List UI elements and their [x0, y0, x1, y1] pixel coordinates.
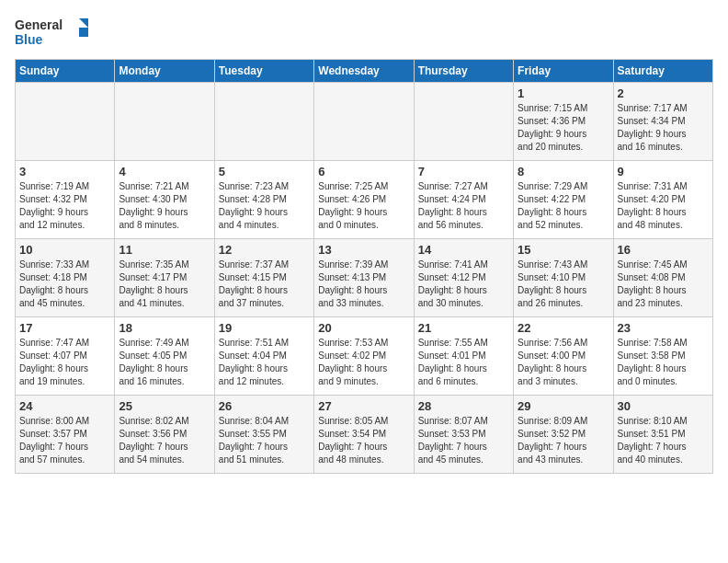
calendar-cell: 29Sunrise: 8:09 AM Sunset: 3:52 PM Dayli… [514, 396, 613, 474]
calendar-cell: 27Sunrise: 8:05 AM Sunset: 3:54 PM Dayli… [314, 396, 414, 474]
day-number: 6 [318, 165, 409, 178]
calendar-table: SundayMondayTuesdayWednesdayThursdayFrid… [15, 59, 713, 474]
day-number: 14 [418, 243, 509, 257]
calendar-cell: 11Sunrise: 7:35 AM Sunset: 4:17 PM Dayli… [115, 239, 214, 317]
calendar-cell: 21Sunrise: 7:55 AM Sunset: 4:01 PM Dayli… [414, 317, 513, 396]
day-info: Sunrise: 7:45 AM Sunset: 4:08 PM Dayligh… [618, 259, 709, 310]
day-header: Saturday [613, 60, 712, 83]
day-info: Sunrise: 7:25 AM Sunset: 4:26 PM Dayligh… [318, 180, 409, 232]
day-number: 28 [418, 399, 509, 413]
day-number: 7 [418, 165, 509, 178]
calendar-cell [214, 83, 313, 161]
day-number: 17 [19, 321, 110, 335]
calendar-cell: 9Sunrise: 7:31 AM Sunset: 4:20 PM Daylig… [613, 161, 712, 239]
header-row: SundayMondayTuesdayWednesdayThursdayFrid… [16, 60, 713, 83]
day-info: Sunrise: 8:02 AM Sunset: 3:56 PM Dayligh… [119, 415, 210, 466]
day-info: Sunrise: 7:51 AM Sunset: 4:04 PM Dayligh… [219, 337, 310, 388]
day-number: 19 [219, 321, 310, 335]
calendar-cell: 12Sunrise: 7:37 AM Sunset: 4:15 PM Dayli… [214, 239, 313, 317]
day-info: Sunrise: 8:07 AM Sunset: 3:53 PM Dayligh… [418, 415, 509, 466]
day-info: Sunrise: 8:10 AM Sunset: 3:51 PM Dayligh… [618, 415, 709, 466]
day-info: Sunrise: 7:39 AM Sunset: 4:13 PM Dayligh… [318, 259, 409, 310]
day-header: Sunday [16, 60, 115, 83]
calendar-cell: 26Sunrise: 8:04 AM Sunset: 3:55 PM Dayli… [214, 396, 313, 474]
calendar-cell: 16Sunrise: 7:45 AM Sunset: 4:08 PM Dayli… [613, 239, 712, 317]
day-number: 21 [418, 321, 509, 335]
header: General Blue [15, 15, 713, 52]
day-info: Sunrise: 7:41 AM Sunset: 4:12 PM Dayligh… [418, 259, 509, 310]
calendar-cell: 19Sunrise: 7:51 AM Sunset: 4:04 PM Dayli… [214, 317, 313, 396]
logo: General Blue [15, 15, 88, 52]
day-header: Thursday [414, 60, 513, 83]
day-number: 11 [119, 243, 210, 257]
day-info: Sunrise: 7:43 AM Sunset: 4:10 PM Dayligh… [518, 259, 609, 310]
day-info: Sunrise: 7:47 AM Sunset: 4:07 PM Dayligh… [19, 337, 110, 388]
calendar-cell: 5Sunrise: 7:23 AM Sunset: 4:28 PM Daylig… [214, 161, 313, 239]
calendar-cell [16, 83, 115, 161]
calendar-cell: 4Sunrise: 7:21 AM Sunset: 4:30 PM Daylig… [115, 161, 214, 239]
day-info: Sunrise: 7:33 AM Sunset: 4:18 PM Dayligh… [19, 259, 110, 310]
day-number: 5 [219, 165, 310, 178]
calendar-cell: 13Sunrise: 7:39 AM Sunset: 4:13 PM Dayli… [314, 239, 414, 317]
calendar-week-row: 17Sunrise: 7:47 AM Sunset: 4:07 PM Dayli… [16, 317, 713, 396]
calendar-cell: 20Sunrise: 7:53 AM Sunset: 4:02 PM Dayli… [314, 317, 414, 396]
day-info: Sunrise: 8:05 AM Sunset: 3:54 PM Dayligh… [318, 415, 409, 466]
calendar-cell: 17Sunrise: 7:47 AM Sunset: 4:07 PM Dayli… [16, 317, 115, 396]
day-info: Sunrise: 7:56 AM Sunset: 4:00 PM Dayligh… [518, 337, 609, 388]
day-number: 2 [618, 86, 709, 100]
calendar-cell: 3Sunrise: 7:19 AM Sunset: 4:32 PM Daylig… [16, 161, 115, 239]
calendar-cell: 7Sunrise: 7:27 AM Sunset: 4:24 PM Daylig… [414, 161, 513, 239]
day-info: Sunrise: 7:58 AM Sunset: 3:58 PM Dayligh… [618, 337, 709, 388]
day-number: 1 [518, 86, 609, 100]
calendar-cell: 15Sunrise: 7:43 AM Sunset: 4:10 PM Dayli… [514, 239, 613, 317]
day-info: Sunrise: 8:09 AM Sunset: 3:52 PM Dayligh… [518, 415, 609, 466]
calendar-cell [115, 83, 214, 161]
day-header: Monday [115, 60, 214, 83]
svg-text:General: General [15, 17, 63, 32]
day-number: 23 [618, 321, 709, 335]
day-number: 16 [618, 243, 709, 257]
calendar-cell: 24Sunrise: 8:00 AM Sunset: 3:57 PM Dayli… [16, 396, 115, 474]
svg-marker-2 [79, 18, 88, 28]
day-info: Sunrise: 7:15 AM Sunset: 4:36 PM Dayligh… [518, 102, 609, 154]
day-info: Sunrise: 7:21 AM Sunset: 4:30 PM Dayligh… [119, 180, 210, 232]
day-info: Sunrise: 7:49 AM Sunset: 4:05 PM Dayligh… [119, 337, 210, 388]
day-number: 20 [318, 321, 409, 335]
day-number: 8 [518, 165, 609, 178]
logo-icon: General Blue [15, 15, 88, 52]
calendar-week-row: 1Sunrise: 7:15 AM Sunset: 4:36 PM Daylig… [16, 83, 713, 161]
calendar-cell: 22Sunrise: 7:56 AM Sunset: 4:00 PM Dayli… [514, 317, 613, 396]
day-number: 22 [518, 321, 609, 335]
day-number: 3 [19, 165, 110, 178]
day-number: 29 [518, 399, 609, 413]
day-info: Sunrise: 7:35 AM Sunset: 4:17 PM Dayligh… [119, 259, 210, 310]
day-info: Sunrise: 7:37 AM Sunset: 4:15 PM Dayligh… [219, 259, 310, 310]
day-number: 10 [19, 243, 110, 257]
calendar-cell: 2Sunrise: 7:17 AM Sunset: 4:34 PM Daylig… [613, 83, 712, 161]
day-number: 13 [318, 243, 409, 257]
svg-text:Blue: Blue [15, 32, 43, 47]
calendar-week-row: 3Sunrise: 7:19 AM Sunset: 4:32 PM Daylig… [16, 161, 713, 239]
day-number: 26 [219, 399, 310, 413]
calendar-cell: 14Sunrise: 7:41 AM Sunset: 4:12 PM Dayli… [414, 239, 513, 317]
day-number: 24 [19, 399, 110, 413]
calendar-cell: 1Sunrise: 7:15 AM Sunset: 4:36 PM Daylig… [514, 83, 613, 161]
day-number: 27 [318, 399, 409, 413]
day-number: 18 [119, 321, 210, 335]
day-info: Sunrise: 7:29 AM Sunset: 4:22 PM Dayligh… [518, 180, 609, 232]
day-header: Friday [514, 60, 613, 83]
day-info: Sunrise: 7:19 AM Sunset: 4:32 PM Dayligh… [19, 180, 110, 232]
calendar-cell: 25Sunrise: 8:02 AM Sunset: 3:56 PM Dayli… [115, 396, 214, 474]
day-header: Wednesday [314, 60, 414, 83]
calendar-cell [414, 83, 513, 161]
calendar-week-row: 24Sunrise: 8:00 AM Sunset: 3:57 PM Dayli… [16, 396, 713, 474]
calendar-cell: 8Sunrise: 7:29 AM Sunset: 4:22 PM Daylig… [514, 161, 613, 239]
day-number: 4 [119, 165, 210, 178]
svg-marker-3 [79, 28, 88, 37]
day-number: 30 [618, 399, 709, 413]
day-info: Sunrise: 7:53 AM Sunset: 4:02 PM Dayligh… [318, 337, 409, 388]
calendar-cell: 6Sunrise: 7:25 AM Sunset: 4:26 PM Daylig… [314, 161, 414, 239]
calendar-week-row: 10Sunrise: 7:33 AM Sunset: 4:18 PM Dayli… [16, 239, 713, 317]
calendar-cell: 18Sunrise: 7:49 AM Sunset: 4:05 PM Dayli… [115, 317, 214, 396]
calendar-cell [314, 83, 414, 161]
